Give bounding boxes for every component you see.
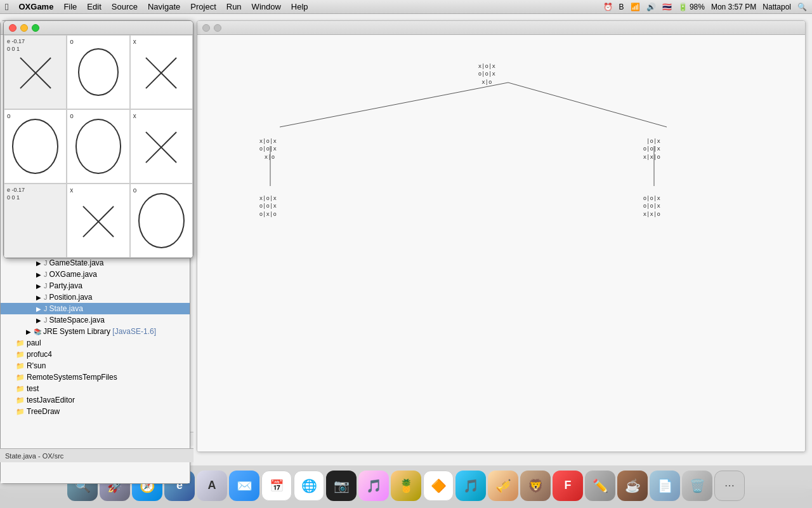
lib-icon: 📚: [34, 328, 41, 335]
game-cell-02[interactable]: x: [130, 35, 193, 109]
x-mark-00: [14, 46, 57, 98]
folder-name-test: test: [27, 384, 39, 393]
menu-edit[interactable]: Edit: [87, 2, 101, 11]
folder-name-paul: paul: [27, 338, 41, 347]
dock-preview[interactable]: 📄: [650, 471, 680, 501]
tree-item-jre[interactable]: ▶ 📚 JRE System Library [JavaSE-1.6]: [1, 326, 190, 337]
tree-item-state[interactable]: ▶ J State.java: [1, 303, 190, 314]
game-cell-01[interactable]: o: [67, 35, 129, 109]
fontbook-icon: A: [208, 479, 216, 492]
tree-item-gamestate[interactable]: ▶ J GameState.java: [1, 257, 190, 269]
menu-file[interactable]: File: [63, 2, 77, 11]
filename-gamestate: GameState.java: [49, 258, 104, 267]
menu-source[interactable]: Source: [112, 2, 138, 11]
o-mark-01: [78, 48, 118, 96]
folder-icon-paul: 📁: [16, 339, 25, 347]
datetime: Mon 3:57 PM: [711, 3, 756, 11]
dock-itunes[interactable]: 🎵: [358, 471, 389, 501]
expand-icon: ▶: [36, 305, 41, 312]
game-cell-22[interactable]: o: [130, 184, 193, 258]
chrome-icon: 🌐: [301, 478, 317, 493]
tree-item-remotesystems[interactable]: 📁 RemoteSystemsTempFiles: [1, 371, 190, 383]
dock-pineapple[interactable]: 🍍: [391, 471, 421, 501]
tree-item-party[interactable]: ▶ J Party.java: [1, 280, 190, 291]
close-button[interactable]: [9, 24, 16, 32]
dock-coffee[interactable]: ☕: [617, 471, 648, 501]
app2-icon: 🦁: [528, 478, 544, 493]
expand-icon: ▶: [36, 294, 41, 301]
menubar-left:  OXGame File Edit Source Navigate Proje…: [5, 1, 308, 12]
game-cell-12[interactable]: x: [130, 109, 193, 184]
dock-app1[interactable]: 🎺: [488, 471, 518, 501]
game-cell-10[interactable]: o: [4, 109, 67, 184]
filename-party: Party.java: [49, 281, 82, 290]
game-cell-20[interactable]: e -0.170 0 1: [4, 184, 67, 258]
game-cell-21[interactable]: x: [67, 184, 129, 258]
svg-line-1: [508, 83, 667, 127]
expand-icon: ▶: [26, 328, 31, 335]
cell-label-01: o: [70, 38, 74, 45]
search-icon[interactable]: 🔍: [797, 3, 807, 11]
cell-label-22: o: [133, 187, 137, 194]
dock-mail[interactable]: ✉️: [229, 471, 259, 501]
folder-name-remote: RemoteSystemsTempFiles: [27, 373, 117, 382]
wifi-icon: 📶: [631, 3, 640, 11]
filezilla-icon: F: [565, 479, 572, 492]
tree-item-profuc4[interactable]: 📁 profuc4: [1, 349, 190, 360]
tree-item-testjava[interactable]: 📁 testJavaEditor: [1, 394, 190, 406]
dock-app2[interactable]: 🦁: [520, 471, 551, 501]
dock-photobooth[interactable]: 📷: [326, 471, 357, 501]
menu-project[interactable]: Project: [190, 2, 216, 11]
x-mark-02: [140, 46, 183, 98]
filename-oxgame: OXGame.java: [49, 270, 97, 279]
dock-fontbook[interactable]: A: [197, 471, 227, 501]
folder-icon-remote: 📁: [16, 373, 25, 382]
folder-name-treedraw: TreeDraw: [27, 407, 60, 416]
file-type-icon: J: [44, 271, 48, 278]
preview-icon: 📄: [657, 478, 673, 493]
mail-icon: ✉️: [237, 478, 252, 493]
svg-line-0: [280, 83, 508, 127]
dock-more[interactable]: ⋯: [714, 471, 745, 501]
game-cell-11[interactable]: o: [67, 109, 129, 184]
itunes-icon: 🎵: [366, 478, 382, 493]
tree-connections: [197, 35, 805, 451]
tree-item-test[interactable]: 📁 test: [1, 383, 190, 394]
dock-trash[interactable]: 🗑️: [682, 471, 712, 501]
menu-help[interactable]: Help: [291, 2, 308, 11]
dock-pencil[interactable]: ✏️: [585, 471, 615, 501]
tp-min[interactable]: [214, 24, 221, 32]
maximize-button[interactable]: [32, 24, 39, 32]
tree-item-paul[interactable]: 📁 paul: [1, 337, 190, 349]
pencil-icon: ✏️: [593, 478, 608, 493]
status-bar: State.java - OX/src: [0, 448, 193, 462]
apple-menu[interactable]: : [5, 1, 8, 12]
folder-icon-rsun: 📁: [16, 362, 25, 370]
tree-item-rsun[interactable]: 📁 R'sun: [1, 360, 190, 371]
file-type-icon: J: [44, 282, 48, 290]
dock-music[interactable]: 🎵: [455, 471, 486, 501]
dock-vlc[interactable]: 🔶: [423, 471, 454, 501]
game-cell-00[interactable]: e -0.170 0 1: [4, 35, 67, 109]
expand-icon: ▶: [36, 271, 41, 278]
tree-item-statespace[interactable]: ▶ J StateSpace.java: [1, 314, 190, 326]
dock-chrome[interactable]: 🌐: [294, 471, 324, 501]
menubar-right: ⏰ B 📶 🔊 🇹🇭 🔋 98% Mon 3:57 PM Nattapol 🔍: [603, 3, 807, 11]
tree-lines-l2: [197, 35, 805, 451]
app-name[interactable]: OXGame: [18, 2, 53, 11]
time-machine-icon: ⏰: [603, 3, 613, 11]
menu-run[interactable]: Run: [226, 2, 242, 11]
menu-navigate[interactable]: Navigate: [148, 2, 180, 11]
filename-state: State.java: [49, 304, 83, 313]
dock-ical[interactable]: 📅: [261, 471, 292, 501]
menu-window[interactable]: Window: [252, 2, 281, 11]
file-type-icon: J: [44, 259, 48, 267]
pineapple-icon: 🍍: [398, 478, 414, 493]
tree-item-treedraw[interactable]: 📁 TreeDraw: [1, 406, 190, 417]
cell-label-10: o: [7, 112, 11, 119]
minimize-button[interactable]: [20, 24, 28, 32]
tree-item-position[interactable]: ▶ J Position.java: [1, 291, 190, 303]
dock-filezilla[interactable]: F: [553, 471, 583, 501]
tree-item-oxgame[interactable]: ▶ J OXGame.java: [1, 269, 190, 280]
tp-close[interactable]: [202, 24, 210, 32]
